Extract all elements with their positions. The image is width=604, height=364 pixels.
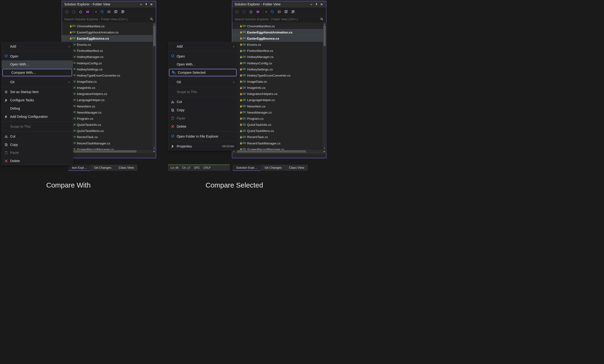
- search-icon[interactable]: [150, 17, 153, 21]
- menu-item-debug[interactable]: Debug: [2, 104, 73, 113]
- show-all-icon[interactable]: [114, 9, 118, 14]
- menu-item-open[interactable]: Open: [168, 52, 237, 60]
- file-item[interactable]: 🔒C#IntegrationHelpers.cs: [62, 91, 156, 97]
- file-item[interactable]: 🔒C#EasterEggAboutAnimation.cs: [62, 29, 156, 35]
- search-icon[interactable]: [320, 17, 324, 21]
- menu-item-add[interactable]: Add›: [2, 42, 73, 50]
- menu-item-open-with[interactable]: Open With…: [168, 60, 237, 69]
- file-item[interactable]: 🔒C#HotkeySettings.cs: [232, 66, 326, 72]
- file-item[interactable]: 🔒C#EasterEggBounce.cs: [62, 35, 156, 41]
- file-item[interactable]: 🔒C#FirefoxManifest.cs: [62, 48, 156, 54]
- collapse-icon[interactable]: [107, 9, 111, 14]
- collapse-icon[interactable]: [277, 9, 281, 14]
- vertical-scrollbar[interactable]: ▲ ▼: [153, 22, 156, 153]
- file-item[interactable]: 🔒C#ChromeManifest.cs: [62, 23, 156, 29]
- menu-item-add[interactable]: Add›: [168, 42, 237, 50]
- horizontal-scrollbar[interactable]: ◀ ▶: [232, 150, 326, 153]
- file-item[interactable]: 🔒C#LanguageHelper.cs: [232, 97, 326, 103]
- pin-icon[interactable]: [314, 2, 319, 7]
- file-item[interactable]: 🔒C#IntegrationHelpers.cs: [232, 91, 326, 97]
- file-item[interactable]: 🔒C#EasterEggAboutAnimation.cs: [232, 29, 326, 35]
- refresh-icon[interactable]: [100, 9, 104, 14]
- dropdown-icon[interactable]: [309, 2, 314, 7]
- menu-item-cut[interactable]: Cut: [2, 132, 73, 140]
- file-item[interactable]: 🔒C#LanguageHelper.cs: [62, 97, 156, 103]
- search-input[interactable]: [235, 17, 320, 21]
- menu-item-open[interactable]: Open: [2, 52, 73, 60]
- menu-item-open-folder[interactable]: Open Folder in File Explorer: [168, 132, 237, 140]
- file-item[interactable]: 🔒C#RecentTaskManager.cs: [232, 140, 326, 146]
- menu-item-git[interactable]: Git›: [2, 78, 73, 86]
- vertical-scrollbar[interactable]: ▲ ▼: [323, 22, 326, 153]
- tab-class-view[interactable]: Class View: [115, 165, 138, 171]
- file-item[interactable]: 🔒C#NewsItem.cs: [62, 103, 156, 109]
- search-input[interactable]: [64, 17, 150, 21]
- file-item[interactable]: 🔒C#QuickTaskMenu.cs: [62, 128, 156, 134]
- file-item[interactable]: 🔒C#HotkeyTypeEnumConverter.cs: [232, 72, 326, 78]
- properties-icon[interactable]: [120, 9, 125, 14]
- close-icon[interactable]: [149, 2, 154, 7]
- solution-switch-icon[interactable]: [256, 9, 260, 14]
- file-item[interactable]: 🔒C#RecentTask.cs: [232, 134, 326, 140]
- sync-icon[interactable]: [93, 9, 97, 14]
- file-item[interactable]: 🔒C#ImageData.cs: [232, 78, 326, 85]
- close-icon[interactable]: [319, 2, 324, 7]
- file-item[interactable]: 🔒C#Program.cs: [62, 115, 156, 121]
- solution-switch-icon[interactable]: [85, 9, 90, 14]
- file-item[interactable]: 🔒C#ImageInfo.cs: [62, 85, 156, 91]
- menu-item-copy[interactable]: Copy: [168, 106, 237, 114]
- file-item[interactable]: 🔒C#Enums.cs: [62, 41, 156, 48]
- tab-solution-explorer[interactable]: Solution Expl…: [232, 165, 261, 171]
- file-item[interactable]: 🔒C#QuickTaskInfo.cs: [232, 121, 326, 128]
- menu-item-cut[interactable]: Cut: [168, 98, 237, 106]
- menu-item-configure-tasks[interactable]: Configure Tasks: [2, 96, 73, 104]
- show-all-icon[interactable]: [284, 9, 289, 14]
- pin-icon[interactable]: [144, 2, 149, 7]
- menu-item-properties[interactable]: Properties Alt+Enter: [168, 142, 237, 150]
- menu-item-set-startup[interactable]: Set as Startup Item: [2, 88, 73, 96]
- file-item[interactable]: 🔒C#Enums.cs: [232, 41, 326, 48]
- file-item[interactable]: 🔒C#EasterEggBounce.cs: [232, 35, 326, 41]
- menu-item-compare-with[interactable]: Compare With…: [2, 69, 72, 76]
- home-icon[interactable]: [78, 9, 83, 14]
- forward-icon[interactable]: [71, 9, 76, 14]
- horizontal-scrollbar[interactable]: ◀ ▶: [62, 150, 156, 153]
- file-item[interactable]: 🔒C#ChromeManifest.cs: [232, 23, 326, 29]
- menu-item-delete[interactable]: Delete: [2, 157, 73, 165]
- menu-item-copy[interactable]: Copy: [2, 140, 73, 149]
- file-item[interactable]: 🔒C#HotkeyManager.cs: [62, 54, 156, 60]
- file-item[interactable]: 🔒C#QuickTaskMenu.cs: [232, 128, 326, 134]
- menu-item-add-debug-config[interactable]: Add Debug Configuration: [2, 112, 73, 121]
- file-item[interactable]: 🔒C#NewsManager.cs: [232, 109, 326, 115]
- file-item[interactable]: 🔒C#HotkeySettings.cs: [62, 66, 156, 72]
- file-item[interactable]: 🔒C#HotkeysConfig.cs: [62, 60, 156, 66]
- file-item[interactable]: 🔒C#QuickTaskInfo.cs: [62, 121, 156, 128]
- back-icon[interactable]: [65, 9, 69, 14]
- file-item[interactable]: 🔒C#HotkeyTypeEnumConverter.cs: [62, 72, 156, 78]
- menu-item-compare-selected[interactable]: Compare Selected: [169, 69, 237, 76]
- sync-icon[interactable]: [263, 9, 268, 14]
- solution-explorer-search[interactable]: [232, 16, 326, 22]
- file-item[interactable]: 🔒C#NewsManager.cs: [62, 109, 156, 115]
- file-item[interactable]: 🔒C#ImageData.cs: [62, 78, 156, 85]
- menu-item-delete[interactable]: Delete: [168, 122, 237, 131]
- dropdown-icon[interactable]: [139, 2, 143, 7]
- home-icon[interactable]: [249, 9, 253, 14]
- refresh-icon[interactable]: [270, 9, 275, 14]
- file-item[interactable]: 🔒C#HotkeyManager.cs: [232, 54, 326, 60]
- tab-git-changes[interactable]: Git Changes: [90, 165, 115, 171]
- tab-git-changes[interactable]: Git Changes: [261, 165, 286, 171]
- back-icon[interactable]: [235, 9, 239, 14]
- file-item[interactable]: 🔒C#RecentTaskManager.cs: [62, 140, 156, 146]
- file-item[interactable]: 🔒C#RecentTask.cs: [62, 134, 156, 140]
- tab-solution-explorer[interactable]: tion Expl…: [68, 165, 90, 171]
- menu-item-git[interactable]: Git›: [168, 78, 237, 86]
- solution-explorer-search[interactable]: [62, 16, 156, 22]
- file-item[interactable]: 🔒C#Program.cs: [232, 115, 326, 121]
- file-item[interactable]: 🔒C#FirefoxManifest.cs: [232, 48, 326, 54]
- file-item[interactable]: 🔒C#NewsItem.cs: [232, 103, 326, 109]
- properties-icon[interactable]: [291, 9, 295, 14]
- menu-item-open-with[interactable]: Open With…: [2, 60, 73, 69]
- file-item[interactable]: 🔒C#ImageInfo.cs: [232, 85, 326, 91]
- tab-class-view[interactable]: Class View: [286, 165, 308, 171]
